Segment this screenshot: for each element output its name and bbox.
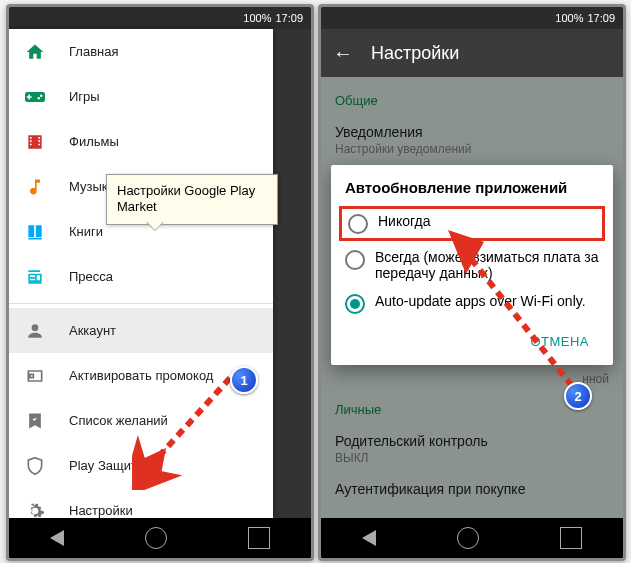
drawer-label: Пресса: [69, 269, 113, 284]
statusbar: 100% 17:09: [321, 7, 623, 29]
nav-home-button[interactable]: [457, 527, 479, 549]
battery-text: 100%: [243, 12, 271, 24]
gamepad-icon: [25, 87, 45, 107]
android-navbar: [321, 518, 623, 558]
callout-arrow-1: [132, 370, 242, 490]
nav-recent-button[interactable]: [560, 527, 582, 549]
promo-icon: [25, 366, 45, 386]
radio-icon: [348, 214, 368, 234]
drawer-label: Фильмы: [69, 134, 119, 149]
callout-text: Настройки Google Play Market: [117, 183, 255, 214]
book-icon: [25, 222, 45, 242]
clock: 17:09: [275, 12, 303, 24]
movie-icon: [25, 132, 45, 152]
toolbar-title: Настройки: [371, 43, 459, 64]
bookmark-check-icon: [25, 411, 45, 431]
svg-line-1: [464, 250, 572, 386]
account-icon: [25, 321, 45, 341]
step-badge-2: 2: [564, 382, 592, 410]
drawer-item-games[interactable]: Игры: [9, 74, 273, 119]
drawer-item-home[interactable]: Главная: [9, 29, 273, 74]
radio-label: Никогда: [378, 213, 430, 229]
newspaper-icon: [25, 267, 45, 287]
back-arrow-icon[interactable]: ←: [333, 42, 353, 65]
toolbar: ← Настройки: [321, 29, 623, 77]
radio-icon: [345, 294, 365, 314]
drawer-item-press[interactable]: Пресса: [9, 254, 273, 299]
drawer-item-settings[interactable]: Настройки: [9, 488, 273, 533]
drawer-label: Главная: [69, 44, 118, 59]
drawer-label: Настройки: [69, 503, 133, 518]
shield-icon: [25, 456, 45, 476]
battery-text: 100%: [555, 12, 583, 24]
radio-icon: [345, 250, 365, 270]
dialog-title: Автообновление приложений: [345, 179, 599, 196]
music-icon: [25, 177, 45, 197]
drawer-item-account[interactable]: Аккаунт: [9, 308, 273, 353]
callout-tooltip: Настройки Google Play Market: [106, 174, 278, 225]
drawer-item-movies[interactable]: Фильмы: [9, 119, 273, 164]
drawer-label: Игры: [69, 89, 100, 104]
drawer-label: Аккаунт: [69, 323, 116, 338]
step-badge-1: 1: [230, 366, 258, 394]
home-icon: [25, 42, 45, 62]
statusbar: 100% 17:09: [9, 7, 311, 29]
nav-back-button[interactable]: [362, 530, 376, 546]
callout-arrow-2: [424, 200, 584, 400]
gear-icon: [25, 501, 45, 521]
drawer-label: Книги: [69, 224, 103, 239]
clock: 17:09: [587, 12, 615, 24]
